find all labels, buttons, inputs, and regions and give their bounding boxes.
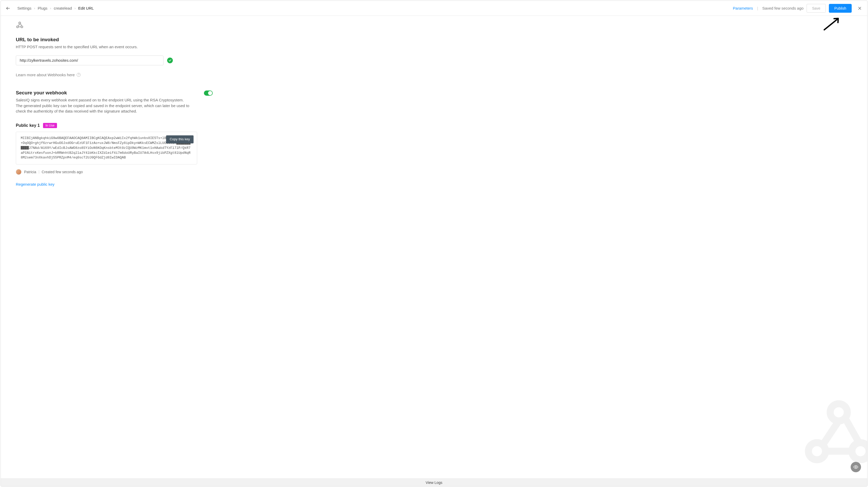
url-valid-icon: [167, 58, 173, 63]
view-logs-bar[interactable]: View Logs: [1, 479, 867, 486]
secure-section-desc: SalesIQ signs every webhook event passed…: [16, 97, 189, 114]
svg-point-7: [17, 26, 19, 28]
saved-status: Saved few seconds ago: [762, 6, 804, 10]
learn-more-text: Learn more about Webhooks here: [16, 73, 74, 77]
webhook-icon: [16, 21, 24, 29]
avatar: [16, 169, 22, 175]
preview-fab[interactable]: [850, 462, 861, 472]
help-icon: ?: [77, 73, 81, 77]
divider: |: [757, 6, 758, 10]
crumb-createlead[interactable]: createlead: [54, 6, 72, 10]
header-bar: Settings › Plugs › createlead › Edit URL…: [1, 1, 867, 16]
url-section-desc: HTTP POST requests sent to the specified…: [16, 44, 189, 50]
copy-key-button[interactable]: Copy this key: [166, 135, 193, 143]
svg-point-8: [21, 26, 23, 28]
chevron-right-icon: ›: [50, 6, 51, 10]
view-logs-label: View Logs: [426, 481, 442, 485]
url-section-title: URL to be invoked: [16, 37, 852, 42]
public-key-value: MIIBIjANBgkqhkiG9w0BAQEFAAOCAQ8AMIIBCgKC…: [21, 136, 190, 160]
creator-name: Patricia: [24, 170, 36, 174]
close-button[interactable]: [857, 5, 863, 11]
in-use-badge: In Use: [43, 123, 57, 128]
svg-point-9: [855, 466, 857, 468]
crumb-current: Edit URL: [78, 6, 94, 10]
learn-more-link[interactable]: Learn more about Webhooks here ?: [16, 73, 852, 77]
back-button[interactable]: [5, 6, 11, 11]
webhook-watermark-icon: [800, 393, 867, 471]
crumb-plugs[interactable]: Plugs: [38, 6, 48, 10]
parameters-link[interactable]: Parameters: [733, 6, 753, 10]
chevron-right-icon: ›: [74, 6, 75, 10]
breadcrumb: Settings › Plugs › createlead › Edit URL: [18, 6, 94, 10]
chevron-right-icon: ›: [34, 6, 35, 10]
save-button[interactable]: Save: [807, 4, 826, 13]
regenerate-key-link[interactable]: Regenerate public key: [16, 182, 54, 187]
svg-point-4: [808, 443, 826, 460]
secure-toggle[interactable]: [204, 90, 213, 96]
divider: [39, 170, 39, 174]
svg-point-5: [852, 443, 867, 460]
crumb-settings[interactable]: Settings: [18, 6, 31, 10]
public-key-label: Public key 1: [16, 123, 40, 128]
key-creator-row: Patricia Created few seconds ago: [16, 169, 852, 175]
publish-button[interactable]: Publish: [829, 4, 852, 13]
created-time: Created few seconds ago: [42, 170, 83, 174]
public-key-box: MIIBIjANBgkqhkiG9w0BAQEFAAOCAQ8AMIIBCgKC…: [16, 132, 197, 164]
secure-section-title: Secure your webhook: [16, 90, 196, 96]
svg-point-3: [830, 404, 847, 421]
url-input[interactable]: [16, 56, 163, 65]
